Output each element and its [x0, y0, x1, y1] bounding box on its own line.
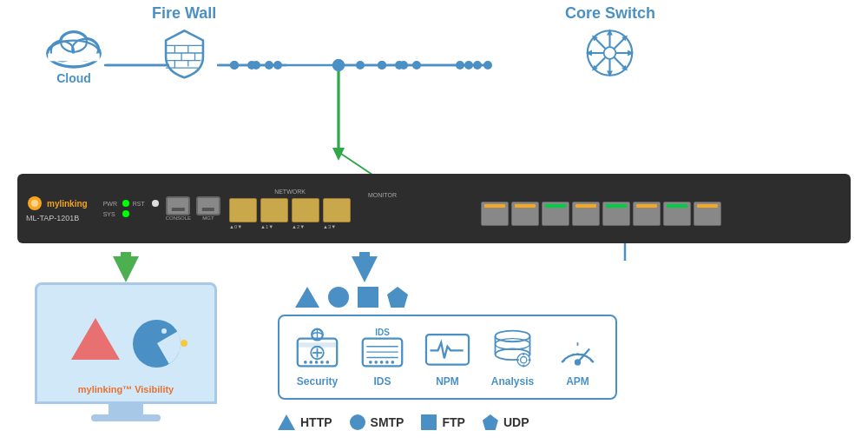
rst-led: [152, 200, 159, 207]
network-port-1: ▲1▼: [260, 198, 288, 229]
device-leds: PWR RST SYS: [103, 200, 159, 217]
network-port-2: ▲2▼: [292, 198, 319, 229]
svg-point-85: [315, 361, 319, 364]
network-port-3: ▲3▼: [323, 198, 351, 229]
svg-text:IDS: IDS: [375, 328, 390, 337]
coreswitch-group: Core Switch: [565, 4, 655, 79]
visibility-side: mylinking™ Visibility: [17, 252, 234, 421]
console-port-label: CONSOLE: [166, 215, 191, 221]
svg-rect-75: [359, 252, 370, 261]
sfp-2: [292, 198, 319, 222]
ftp-square-icon: [421, 414, 437, 430]
pacman-icon: [133, 320, 181, 368]
proto-udp: UDP: [483, 414, 529, 430]
http-triangle-icon: [278, 414, 295, 430]
apm-icon-area: [554, 327, 602, 370]
proto-smtp: SMTP: [350, 414, 404, 430]
apm-label: APM: [566, 375, 589, 388]
sys-led-row: SYS: [103, 210, 159, 217]
svg-point-65: [378, 61, 386, 70]
apm-icon: [554, 327, 602, 370]
svg-point-66: [395, 61, 404, 70]
indicator-extra1: [606, 204, 627, 208]
brand-logo: mylinking: [26, 195, 88, 212]
monitor-port-extra2: [633, 202, 661, 226]
mgt-port: MGT: [196, 196, 220, 221]
top-circle: [328, 287, 349, 308]
protocol-legend: HTTP SMTP FTP UDP: [278, 414, 529, 430]
sfp-1: [260, 198, 288, 222]
svg-point-96: [385, 361, 389, 364]
monitor-port-extra1: [602, 202, 630, 226]
svg-point-59: [247, 61, 256, 70]
coreswitch-label: Core Switch: [565, 4, 655, 23]
monitor-port-89: [542, 202, 569, 226]
indicator-1011: [575, 204, 596, 208]
npm-icon: [424, 327, 471, 370]
port-0-label: ▲0▼: [229, 224, 257, 229]
tool-npm: NPM: [424, 327, 471, 388]
indicator-extra3: [667, 204, 687, 208]
proto-http: HTTP: [278, 414, 332, 430]
network-ports: ▲0▼ ▲1▼ ▲2▼ ▲3▼: [229, 198, 351, 229]
tool-apm: APM: [554, 327, 602, 388]
svg-point-93: [369, 361, 372, 364]
port-2-label: ▲2▼: [292, 224, 319, 229]
pwr-label: PWR: [103, 201, 119, 207]
green-arrow-down: [108, 252, 143, 282]
cloud-icon: [43, 26, 104, 70]
pacman-eye: [161, 328, 167, 334]
top-triangle: [295, 287, 319, 308]
sys-led: [122, 210, 129, 217]
security-icon: [293, 327, 341, 370]
svg-point-67: [412, 61, 421, 70]
console-mgt-group: CONSOLE MGT: [166, 196, 220, 221]
npm-icon-area: [424, 327, 471, 370]
model-name: ML-TAP-1201B: [26, 214, 79, 222]
cloud-group: Cloud: [43, 26, 104, 85]
device-brand: mylinking ML-TAP-1201B: [26, 195, 88, 222]
monitor-port-extra3: [663, 202, 691, 226]
console-rj45: [166, 196, 190, 215]
ftp-label: FTP: [442, 415, 464, 429]
triangle-icon: [71, 318, 120, 360]
http-label: HTTP: [300, 415, 332, 429]
pacman-body: [133, 320, 181, 368]
svg-point-103: [496, 339, 530, 350]
network-port-0: ▲0▼: [229, 198, 257, 229]
indicator-extra2: [636, 204, 657, 208]
main-container: Cloud Fire Wall Core Swit: [0, 0, 868, 444]
indicator-extra4: [697, 204, 718, 208]
svg-point-95: [380, 361, 384, 364]
monitor-port-1011: [572, 202, 600, 226]
monitor-port-45: [481, 202, 509, 226]
coreswitch-icon: [582, 27, 638, 79]
proto-ftp: FTP: [421, 414, 464, 430]
analysis-icon-area: [489, 327, 536, 370]
top-square: [358, 287, 378, 308]
network-section: NETWORK ▲0▼ ▲1▼ ▲2▼ ▲3▼: [229, 189, 351, 229]
svg-point-104: [517, 354, 530, 367]
tool-ids: IDS IDS: [358, 327, 406, 388]
ids-icon: IDS: [358, 327, 406, 370]
top-pentagon: [387, 287, 408, 308]
cloud-label: Cloud: [56, 71, 91, 85]
blue-arrow-down: [347, 252, 382, 282]
svg-point-83: [304, 361, 307, 364]
security-label: Security: [297, 375, 338, 388]
monitor-ports: [481, 202, 721, 226]
indicator-45: [484, 204, 505, 208]
network-label: NETWORK: [274, 189, 306, 195]
npm-label: NPM: [436, 375, 459, 388]
tools-side: Security IDS: [252, 252, 851, 430]
udp-pentagon-icon: [483, 414, 498, 430]
device-section: mylinking ML-TAP-1201B PWR RST SYS CONSO…: [17, 174, 851, 243]
svg-point-84: [309, 361, 312, 364]
udp-label: UDP: [503, 415, 529, 429]
tool-security: Security: [293, 327, 341, 388]
port-3-label: ▲3▼: [323, 224, 351, 229]
monitor-port-extra4: [694, 202, 721, 226]
svg-point-111: [575, 359, 581, 365]
monitor-stand: [108, 404, 143, 414]
firewall-label: Fire Wall: [152, 4, 216, 23]
